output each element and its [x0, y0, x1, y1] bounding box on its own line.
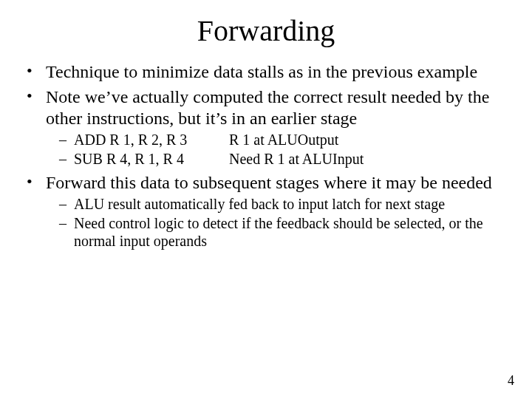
bullet-text: Note we’ve actually computed the correct… [46, 87, 489, 127]
code-note: R 1 at ALUOutput [229, 132, 507, 149]
bullet-item: Technique to minimize data stalls as in … [25, 61, 507, 82]
bullet-list: Technique to minimize data stalls as in … [25, 61, 507, 250]
sub-bullet-list: ALU result automatically fed back to inp… [46, 196, 507, 250]
code-note: Need R 1 at ALUInput [229, 151, 507, 168]
sub-bullet-list: ADD R 1, R 2, R 3 R 1 at ALUOutput SUB R… [46, 132, 507, 168]
sub-bullet-item: Need control logic to detect if the feed… [46, 215, 507, 250]
sub-bullet-text: ALU result automatically fed back to inp… [74, 196, 445, 212]
sub-bullet-item: SUB R 4, R 1, R 4 Need R 1 at ALUInput [46, 151, 507, 168]
slide-title: Forwarding [0, 0, 532, 57]
slide: Forwarding Technique to minimize data st… [0, 0, 532, 399]
bullet-item: Forward this data to subsequent stages w… [25, 172, 507, 250]
sub-bullet-item: ADD R 1, R 2, R 3 R 1 at ALUOutput [46, 132, 507, 149]
page-number: 4 [508, 373, 514, 389]
bullet-text: Forward this data to subsequent stages w… [46, 173, 492, 192]
code-instruction: SUB R 4, R 1, R 4 [74, 151, 229, 168]
sub-bullet-text: Need control logic to detect if the feed… [74, 215, 483, 249]
code-row: ADD R 1, R 2, R 3 R 1 at ALUOutput [74, 132, 507, 149]
bullet-item: Note we’ve actually computed the correct… [25, 86, 507, 168]
code-instruction: ADD R 1, R 2, R 3 [74, 132, 229, 149]
bullet-text: Technique to minimize data stalls as in … [46, 62, 477, 81]
slide-body: Technique to minimize data stalls as in … [0, 61, 532, 250]
sub-bullet-item: ALU result automatically fed back to inp… [46, 196, 507, 214]
code-row: SUB R 4, R 1, R 4 Need R 1 at ALUInput [74, 151, 507, 168]
